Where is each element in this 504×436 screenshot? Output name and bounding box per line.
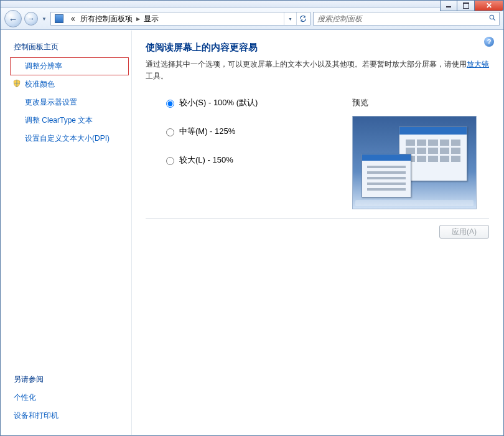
- sidebar-item-display-settings[interactable]: 更改显示器设置: [14, 97, 125, 108]
- divider: [146, 218, 489, 219]
- see-also-personalization[interactable]: 个性化: [14, 392, 125, 403]
- sidebar-item-calibrate-color[interactable]: 校准颜色: [14, 79, 125, 90]
- titlebar: ✕: [1, 1, 503, 8]
- sidebar-item-label: 调整 ClearType 文本: [25, 116, 93, 125]
- sidebar-item-cleartype[interactable]: 调整 ClearType 文本: [14, 115, 125, 126]
- preview-image: [352, 116, 477, 209]
- minimize-button[interactable]: [440, 0, 457, 11]
- breadcrumb-separator-icon[interactable]: [135, 16, 141, 22]
- scale-option-label: 中等(M) - 125%: [179, 126, 235, 137]
- address-bar[interactable]: « 所有控制面板项 显示: [50, 12, 310, 26]
- breadcrumb-level2[interactable]: 显示: [141, 12, 161, 25]
- shield-icon: [12, 79, 21, 88]
- refresh-button[interactable]: [296, 12, 309, 25]
- scale-options: 较小(S) - 100% (默认) 中等(M) - 125% 较大(L) - 1…: [146, 97, 352, 209]
- scale-option-large[interactable]: 较大(L) - 150%: [163, 154, 352, 166]
- page-title: 使阅读屏幕上的内容更容易: [146, 42, 489, 54]
- preview-window-text: [362, 154, 411, 197]
- preview-column: 预览: [352, 97, 489, 209]
- sidebar-item-label: 设置自定义文本大小(DPI): [25, 134, 110, 143]
- see-also-label: 个性化: [14, 393, 36, 402]
- sidebar-item-label: 调整分辨率: [25, 62, 62, 70]
- breadcrumb-root[interactable]: «: [68, 12, 78, 25]
- nav-back-button[interactable]: [4, 10, 22, 27]
- scale-radio-large[interactable]: [166, 157, 174, 165]
- preview-label: 预览: [352, 97, 489, 108]
- sidebar-item-resolution[interactable]: 调整分辨率: [14, 61, 125, 72]
- sidebar-home-link[interactable]: 控制面板主页: [14, 42, 125, 52]
- scale-option-label: 较大(L) - 150%: [179, 154, 233, 166]
- see-also-devices-printers[interactable]: 设备和打印机: [14, 410, 125, 421]
- scale-option-label: 较小(S) - 100% (默认): [179, 97, 258, 108]
- main-panel: 使阅读屏幕上的内容更容易 通过选择其中一个选项，可以更改屏幕上的文本大小以及其他…: [132, 31, 503, 435]
- sidebar-item-label: 更改显示器设置: [25, 98, 77, 107]
- search-bar[interactable]: [313, 12, 500, 26]
- scale-radio-small[interactable]: [166, 100, 174, 108]
- scale-option-medium[interactable]: 中等(M) - 125%: [163, 126, 352, 137]
- address-icon: [52, 12, 68, 25]
- scale-option-small[interactable]: 较小(S) - 100% (默认): [163, 97, 352, 108]
- toolbar: « 所有控制面板项 显示: [1, 8, 503, 30]
- apply-button[interactable]: 应用(A): [439, 225, 489, 239]
- maximize-button[interactable]: [457, 0, 475, 11]
- see-also-header: 另请参阅: [14, 374, 125, 385]
- nav-history-dropdown[interactable]: [40, 12, 48, 25]
- svg-point-0: [490, 15, 494, 19]
- content-area: 控制面板主页 调整分辨率 校准颜色 更改显示器设置 调整 ClearType 文…: [1, 31, 503, 435]
- sidebar: 控制面板主页 调整分辨率 校准颜色 更改显示器设置 调整 ClearType 文…: [1, 31, 132, 435]
- search-icon[interactable]: [488, 14, 497, 24]
- address-dropdown-button[interactable]: [284, 12, 296, 25]
- search-input[interactable]: [316, 14, 486, 24]
- svg-line-1: [493, 19, 495, 21]
- page-description: 通过选择其中一个选项，可以更改屏幕上的文本大小以及其他项。若要暂时放大部分屏幕，…: [146, 59, 489, 82]
- magnifier-link[interactable]: 放大镜: [467, 60, 489, 69]
- window-frame: ✕ « 所有控制面板项 显示: [0, 0, 504, 436]
- breadcrumb-level1[interactable]: 所有控制面板项: [78, 12, 135, 25]
- close-button[interactable]: ✕: [475, 0, 503, 11]
- sidebar-item-custom-dpi[interactable]: 设置自定义文本大小(DPI): [14, 133, 125, 144]
- see-also-label: 设备和打印机: [14, 411, 58, 420]
- scale-radio-medium[interactable]: [166, 128, 174, 136]
- preview-taskbar: [355, 200, 474, 206]
- nav-forward-button[interactable]: [24, 12, 38, 26]
- sidebar-item-label: 校准颜色: [25, 80, 55, 88]
- window-controls: ✕: [440, 0, 503, 11]
- help-icon[interactable]: [484, 37, 494, 47]
